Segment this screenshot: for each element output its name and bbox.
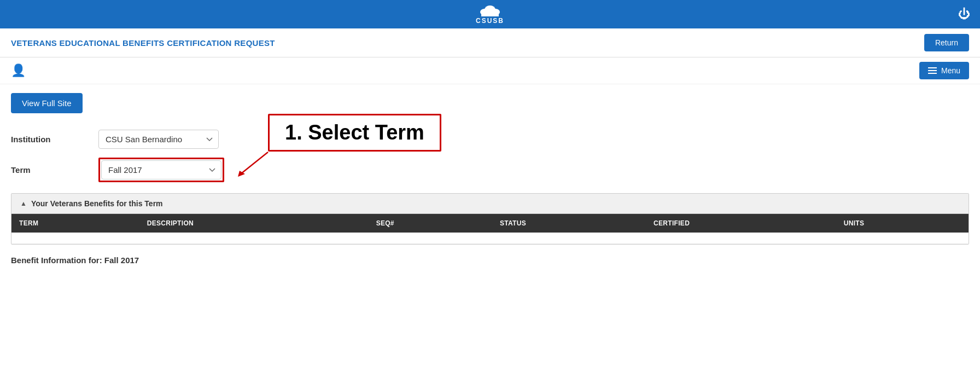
benefits-table-head: TERM DESCRIPTION SEQ# STATUS CERTIFIED U… bbox=[11, 214, 969, 233]
hamburger-icon bbox=[928, 67, 937, 74]
institution-label: Institution bbox=[11, 135, 98, 144]
page-header: VETERANS EDUCATIONAL BENEFITS CERTIFICAT… bbox=[0, 28, 980, 57]
benefit-info-section: Benefit Information for: Fall 2017 bbox=[11, 256, 969, 271]
collapse-icon[interactable]: ▲ bbox=[20, 200, 27, 207]
benefits-table-header-row: TERM DESCRIPTION SEQ# STATUS CERTIFIED U… bbox=[11, 214, 969, 233]
benefit-info-title: Benefit Information for: Fall 2017 bbox=[11, 256, 139, 265]
benefits-empty-row bbox=[11, 233, 969, 244]
institution-select[interactable]: CSU San Bernardino bbox=[98, 130, 219, 149]
term-select[interactable]: Fall 2017 Spring 2017 Fall 2016 bbox=[101, 160, 221, 179]
benefits-table: TERM DESCRIPTION SEQ# STATUS CERTIFIED U… bbox=[11, 214, 969, 244]
top-navigation-bar: CSUSB ⏻ bbox=[0, 0, 980, 28]
annotation-arrow bbox=[224, 147, 279, 179]
page-title: VETERANS EDUCATIONAL BENEFITS CERTIFICAT… bbox=[11, 38, 275, 48]
csusb-logo: CSUSB bbox=[476, 4, 504, 25]
term-row: Term Fall 2017 Spring 2017 Fall 2016 bbox=[11, 158, 969, 182]
view-full-site-button[interactable]: View Full Site bbox=[11, 93, 83, 113]
benefits-section: ▲ Your Veterans Benefits for this Term T… bbox=[11, 193, 969, 245]
main-content: View Full Site Institution CSU San Berna… bbox=[0, 84, 980, 280]
form-section: Institution CSU San Bernardino 1. Select… bbox=[11, 130, 969, 182]
term-select-wrapper: Fall 2017 Spring 2017 Fall 2016 bbox=[98, 158, 224, 182]
svg-rect-3 bbox=[481, 12, 499, 16]
col-units: UNITS bbox=[836, 214, 969, 233]
power-button[interactable]: ⏻ bbox=[958, 7, 970, 21]
col-description: DESCRIPTION bbox=[139, 214, 369, 233]
user-icon: 👤 bbox=[11, 63, 26, 78]
benefits-section-title: Your Veterans Benefits for this Term bbox=[31, 199, 163, 208]
col-seq: SEQ# bbox=[369, 214, 492, 233]
menu-button[interactable]: Menu bbox=[919, 62, 969, 79]
col-term: TERM bbox=[11, 214, 139, 233]
svg-line-4 bbox=[241, 152, 268, 174]
menu-btn-label: Menu bbox=[941, 66, 960, 75]
sub-header: 👤 Menu bbox=[0, 57, 980, 84]
benefits-section-header: ▲ Your Veterans Benefits for this Term bbox=[11, 194, 969, 214]
term-row-container: 1. Select Term Term Fall 2017 Spring 201… bbox=[11, 158, 969, 182]
col-status: STATUS bbox=[492, 214, 646, 233]
return-button[interactable]: Return bbox=[924, 34, 969, 51]
term-label: Term bbox=[11, 165, 98, 175]
csusb-label-text: CSUSB bbox=[476, 17, 504, 25]
benefits-table-body bbox=[11, 233, 969, 244]
col-certified: CERTIFIED bbox=[646, 214, 836, 233]
institution-row: Institution CSU San Bernardino bbox=[11, 130, 969, 149]
select-term-annotation: 1. Select Term bbox=[268, 114, 441, 152]
